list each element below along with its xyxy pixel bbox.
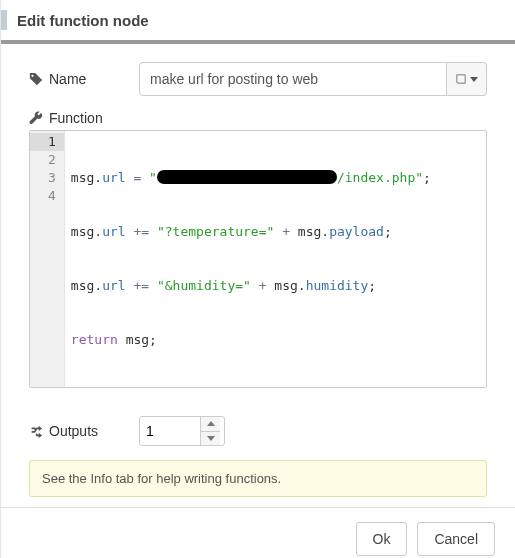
book-icon [455,73,467,85]
cancel-button[interactable]: Cancel [417,522,495,556]
gutter-line: 4 [48,187,56,205]
chevron-up-icon [207,421,215,426]
name-input-group [139,62,487,96]
outputs-row: Outputs [29,416,487,446]
code-line: msg.url += "?temperature=" + msg.payload… [71,223,480,241]
tag-icon [29,72,43,86]
info-tip: See the Info tab for help writing functi… [29,460,487,497]
dialog-body: Name Function 1 2 3 [1,44,515,507]
code-editor[interactable]: 1 2 3 4 msg.url = "/index.php"; msg.url … [29,130,487,388]
function-row: Function 1 2 3 4 msg.url = "/index.php";… [29,110,487,402]
outputs-spinner [139,416,225,446]
code-line: msg.url += "&humidity=" + msg.humidity; [71,277,480,295]
chevron-down-icon [470,77,478,82]
title-accent [1,10,7,30]
outputs-decrement[interactable] [201,432,220,446]
dialog-titlebar: Edit function node [1,0,515,44]
name-row: Name [29,62,487,96]
outputs-increment[interactable] [201,417,220,432]
editor-gutter: 1 2 3 4 [30,131,65,387]
name-input[interactable] [139,62,447,96]
outputs-label: Outputs [29,423,129,439]
info-tip-text: See the Info tab for help writing functi… [42,471,281,486]
edit-function-dialog: Edit function node Name [0,0,515,558]
outputs-label-text: Outputs [49,423,98,439]
code-line: msg.url = "/index.php"; [71,169,480,187]
editor-content[interactable]: msg.url = "/index.php"; msg.url += "?tem… [65,131,486,387]
function-label-text: Function [49,110,103,126]
name-label-text: Name [49,71,86,87]
gutter-line: 2 [48,151,56,169]
ok-button[interactable]: Ok [356,522,408,556]
code-line: return msg; [71,331,480,349]
name-label: Name [29,71,129,87]
name-library-button[interactable] [447,62,487,96]
function-label: Function [29,110,487,126]
dialog-footer: Ok Cancel [1,507,515,558]
dialog-title: Edit function node [17,12,149,29]
redacted-url [157,170,337,184]
chevron-down-icon [207,436,215,441]
shuffle-icon [29,424,43,438]
gutter-line: 3 [48,169,56,187]
gutter-line: 1 [30,133,64,151]
outputs-input[interactable] [140,417,200,445]
wrench-icon [29,111,43,125]
spinner-buttons [200,417,220,445]
